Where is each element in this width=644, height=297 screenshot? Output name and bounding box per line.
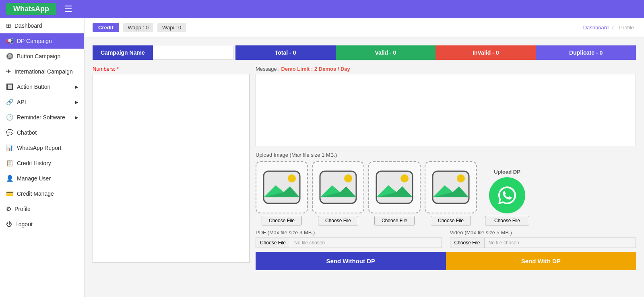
required-indicator: * [117, 66, 119, 72]
send-without-dp-button[interactable]: Send Without DP [256, 252, 446, 270]
sidebar-item-credit-manage[interactable]: 💳 Credit Manage [0, 186, 84, 201]
sidebar-item-manage-user[interactable]: 👤 Manage User [0, 171, 84, 186]
video-no-file: No file chosen [485, 238, 523, 248]
choose-file-btn-2[interactable]: Choose File [318, 216, 358, 225]
message-section: Message : Demo Limit : 2 Demos / Day Upl… [256, 66, 636, 270]
choose-file-btn-1[interactable]: Choose File [262, 216, 302, 225]
video-label: Video (Max file size 5 MB.) [450, 229, 636, 236]
credit-badge: Credit [93, 23, 119, 32]
main-content: Credit Wapp : 0 Wapi : 0 Dashboard / Pro… [85, 18, 644, 297]
logo-button[interactable]: WhatsApp [6, 3, 56, 15]
sidebar-item-action-button[interactable]: 🔲 Action Button ▶ [0, 79, 84, 94]
image-placeholder-3 [368, 161, 421, 213]
pdf-group: PDF (Max file size 3 MB.) Choose File No… [256, 229, 442, 248]
sidebar-item-button-campaign[interactable]: 🔘 Button Campaign [0, 49, 84, 64]
upload-dp-section: Upload DP Choose File [485, 169, 529, 225]
svg-point-11 [400, 174, 409, 182]
sidebar-icon-credit-history: 📋 [6, 160, 14, 167]
sidebar-item-api[interactable]: 🔗 API ▶ [0, 94, 84, 110]
sidebar-item-profile[interactable]: ⚙ Profile [0, 201, 84, 217]
layout: ⊞ Dashboard 📢 DP Campaign 🔘 Button Campa… [0, 18, 644, 297]
numbers-section: Numbers: * [93, 66, 250, 270]
choose-file-btn-3[interactable]: Choose File [374, 216, 415, 225]
sidebar-arrow-action-button: ▶ [75, 84, 78, 90]
dp-choose-file-btn[interactable]: Choose File [485, 216, 529, 225]
sidebar-icon-international-campaign: ✈ [6, 68, 11, 75]
upload-item-3: Choose File [368, 161, 421, 225]
video-group: Video (Max file size 5 MB.) Choose File … [450, 229, 636, 248]
sidebar-icon-dashboard: ⊞ [6, 22, 11, 29]
sidebar-label-credit-history: Credit History [17, 160, 51, 166]
send-with-dp-button[interactable]: Send With DP [446, 252, 636, 270]
sidebar: ⊞ Dashboard 📢 DP Campaign 🔘 Button Campa… [0, 18, 85, 297]
sidebar-item-chatbot[interactable]: 💬 Chatbot [0, 125, 84, 140]
breadcrumb-separator: / [612, 25, 614, 31]
video-input-row: Choose File No file chosen [450, 238, 636, 248]
hamburger-button[interactable]: ☰ [64, 4, 72, 14]
sidebar-icon-whatsapp-report: 📊 [6, 144, 14, 152]
numbers-textarea[interactable] [93, 74, 250, 263]
message-textarea[interactable] [256, 74, 636, 146]
pdf-label: PDF (Max file size 3 MB.) [256, 229, 442, 236]
sidebar-icon-api: 🔗 [6, 98, 14, 106]
video-choose-btn[interactable]: Choose File [450, 238, 485, 248]
sidebar-arrow-api: ▶ [75, 100, 78, 105]
sidebar-label-international-campaign: International Campaign [14, 68, 73, 75]
stat-valid: Valid - 0 [336, 45, 436, 60]
upload-item-4: Choose File [425, 161, 477, 225]
pdf-input-row: Choose File No file chosen [256, 238, 442, 248]
wapi-badge: Wapi : 0 [157, 23, 186, 32]
topbar: Credit Wapp : 0 Wapi : 0 Dashboard / Pro… [85, 18, 644, 37]
sidebar-icon-button-campaign: 🔘 [6, 53, 14, 60]
sidebar-item-dashboard[interactable]: ⊞ Dashboard [0, 18, 84, 33]
upload-images-row: Choose File [256, 161, 636, 225]
stat-invalid: InValid - 0 [436, 45, 536, 60]
breadcrumb: Dashboard / Profile [583, 25, 636, 31]
stats-row: Campaign Name Total - 0 Valid - 0 InVali… [93, 45, 636, 60]
sidebar-icon-logout: ⏻ [6, 221, 12, 227]
svg-point-3 [288, 174, 296, 182]
sidebar-item-dp-campaign[interactable]: 📢 DP Campaign [0, 33, 84, 49]
sidebar-item-international-campaign[interactable]: ✈ International Campaign [0, 64, 84, 79]
sidebar-label-profile: Profile [14, 206, 31, 212]
sidebar-icon-credit-manage: 💳 [6, 190, 14, 197]
stat-total: Total - 0 [235, 45, 336, 60]
sidebar-icon-chatbot: 💬 [6, 129, 14, 136]
demo-limit: Demo Limit : 2 Demos / Day [281, 66, 350, 72]
sidebar-item-reminder-software[interactable]: 🕐 Reminder Software ▶ [0, 110, 84, 125]
numbers-label: Numbers: * [93, 66, 250, 72]
content-area: Campaign Name Total - 0 Valid - 0 InVali… [85, 37, 644, 284]
sidebar-label-logout: Logout [15, 221, 33, 227]
message-label: Message : Demo Limit : 2 Demos / Day [256, 66, 636, 72]
campaign-name-label: Campaign Name [93, 45, 153, 60]
sidebar-label-api: API [17, 99, 26, 105]
sidebar-arrow-reminder-software: ▶ [75, 115, 78, 120]
pdf-choose-btn[interactable]: Choose File [256, 238, 290, 248]
upload-image-label: Upload Image (Max file size 1 MB.) [256, 152, 636, 158]
breadcrumb-current: Profile [619, 25, 634, 31]
wapp-badge: Wapp : 0 [123, 23, 154, 32]
sidebar-label-whatsapp-report: WhatsApp Report [17, 145, 62, 151]
sidebar-icon-dp-campaign: 📢 [6, 37, 14, 45]
sidebar-label-button-campaign: Button Campaign [17, 53, 60, 59]
choose-file-btn-4[interactable]: Choose File [431, 216, 471, 225]
campaign-name-input[interactable] [153, 46, 233, 59]
svg-point-7 [344, 174, 352, 182]
sidebar-label-action-button: Action Button [17, 84, 50, 90]
whatsapp-icon [489, 177, 525, 213]
sidebar-label-dashboard: Dashboard [14, 23, 42, 29]
svg-point-15 [457, 174, 465, 182]
sidebar-icon-reminder-software: 🕐 [6, 114, 14, 121]
sidebar-icon-manage-user: 👤 [6, 175, 14, 182]
pdf-no-file: No file chosen [290, 238, 329, 248]
file-row: PDF (Max file size 3 MB.) Choose File No… [256, 229, 636, 248]
sidebar-item-logout[interactable]: ⏻ Logout [0, 217, 84, 231]
sidebar-label-chatbot: Chatbot [17, 129, 37, 136]
sidebar-item-credit-history[interactable]: 📋 Credit History [0, 156, 84, 171]
breadcrumb-home[interactable]: Dashboard [583, 25, 609, 31]
sidebar-item-whatsapp-report[interactable]: 📊 WhatsApp Report [0, 140, 84, 156]
image-placeholder-1 [256, 161, 308, 213]
header: WhatsApp ☰ [0, 0, 644, 18]
form-row: Numbers: * Message : Demo Limit : 2 Demo… [93, 66, 636, 270]
sidebar-label-reminder-software: Reminder Software [17, 114, 65, 121]
